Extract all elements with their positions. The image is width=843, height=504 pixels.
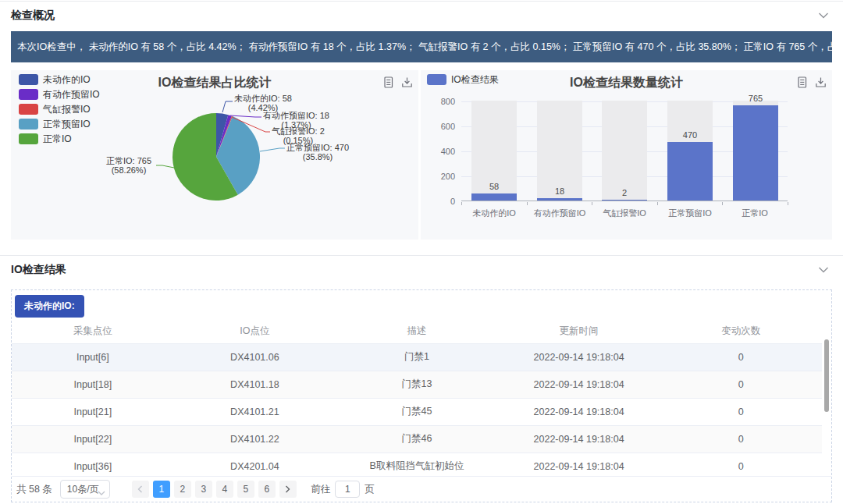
- filter-button[interactable]: 未动作的IO:: [15, 295, 84, 318]
- io-results-panel: 未动作的IO: 采集点位 IO点位 描述 更新时间 变动次数 Input[6] …: [11, 289, 832, 502]
- y-axis-label: 0: [421, 197, 455, 206]
- column-header-update-time: 更新时间: [498, 320, 660, 343]
- y-axis-label: 200: [421, 172, 455, 181]
- bar[interactable]: [733, 105, 778, 201]
- bar-column-normal-io[interactable]: 765: [733, 101, 778, 201]
- bar-background: [537, 101, 582, 201]
- bar-background: [602, 101, 647, 201]
- select-chevron-down-icon: [98, 487, 105, 498]
- legend-swatch: [19, 74, 38, 85]
- table-row[interactable]: Input[22] DX4101.22 门禁46 2022-09-14 19:1…: [12, 425, 822, 453]
- x-axis-tick: [722, 202, 723, 205]
- bar-value-label: 470: [660, 130, 720, 140]
- bar-plot-area: 58 18 2 470: [461, 101, 788, 201]
- bar-value-label: 2: [594, 188, 655, 197]
- data-view-icon[interactable]: [796, 76, 808, 88]
- legend-item-not-acted-io[interactable]: 未动作的IO: [19, 74, 100, 85]
- page-button-2[interactable]: 2: [174, 481, 191, 498]
- table-header-row: 采集点位 IO点位 描述 更新时间 变动次数: [12, 320, 822, 343]
- bar-column-acted-reserved-io[interactable]: 18: [537, 101, 582, 201]
- column-header-change-count: 变动次数: [660, 320, 822, 343]
- next-page-button[interactable]: [279, 481, 297, 498]
- table-row[interactable]: Input[6] DX4101.06 门禁1 2022-09-14 19:18:…: [12, 343, 822, 371]
- pie-label-normal-io: 正常IO: 765(58.26%): [103, 157, 155, 175]
- bar[interactable]: [602, 200, 647, 201]
- pie-chart-card: IO检查结果占比统计 未动作的IO 有动作预留IO 气缸报警IO 正常预留IO: [11, 70, 418, 240]
- goto-page-input[interactable]: [335, 481, 360, 498]
- bar-column-not-acted-io[interactable]: 58: [471, 101, 517, 201]
- overview-collapse-chevron-icon[interactable]: [816, 11, 831, 20]
- legend-item-normal-io[interactable]: 正常IO: [19, 133, 100, 144]
- page-button-6[interactable]: 6: [258, 481, 276, 498]
- download-image-icon[interactable]: [815, 76, 827, 88]
- pie-label-not-acted-io: 未动作的IO: 58(4.42%): [234, 94, 292, 112]
- page-button-1[interactable]: 1: [153, 481, 170, 498]
- page-button-3[interactable]: 3: [195, 481, 212, 498]
- legend-swatch: [19, 119, 38, 130]
- table-row[interactable]: Input[21] DX4101.21 门禁45 2022-09-14 19:1…: [12, 398, 822, 425]
- io-inspection-page: 检查概况 本次IO检查中， 未动作的IO 有 58 个，占比 4.42%； 有动…: [0, 0, 843, 504]
- prev-page-button[interactable]: [132, 481, 149, 498]
- bar-toolbox: [796, 76, 827, 88]
- page-size-select[interactable]: 10条/页: [60, 480, 110, 499]
- x-axis-tick: [461, 202, 462, 205]
- bar[interactable]: [471, 193, 517, 201]
- overview-section-title: 检查概况: [11, 9, 55, 23]
- page-unit-label: 页: [365, 483, 375, 496]
- bar-value-label: 765: [725, 94, 786, 103]
- legend-swatch: [19, 89, 38, 100]
- x-axis-label: 正常预留IO: [657, 208, 723, 219]
- bar-value-label: 58: [464, 182, 525, 191]
- y-axis-label: 400: [421, 147, 455, 156]
- legend-swatch: [427, 74, 446, 85]
- pie-legend: 未动作的IO 有动作预留IO 气缸报警IO 正常预留IO 正常IO: [19, 74, 100, 148]
- chevron-right-icon: [285, 485, 290, 493]
- results-section-title: IO检查结果: [11, 263, 66, 277]
- results-section-header: IO检查结果: [0, 256, 843, 282]
- x-axis-tick: [657, 202, 658, 205]
- page-button-5[interactable]: 5: [237, 481, 254, 498]
- pie-chart[interactable]: [173, 113, 260, 201]
- x-axis-tick: [788, 202, 788, 205]
- goto-page-label: 前往: [311, 483, 330, 496]
- summary-banner: 本次IO检查中， 未动作的IO 有 58 个，占比 4.42%； 有动作预留IO…: [11, 31, 832, 62]
- charts-row: IO检查结果占比统计 未动作的IO 有动作预留IO 气缸报警IO 正常预留IO: [11, 70, 832, 240]
- chevron-left-icon: [137, 485, 143, 493]
- legend-item-io-result[interactable]: IO检查结果: [427, 74, 499, 85]
- x-axis-tick: [527, 202, 528, 205]
- bar-chart-card: IO检查结果数量统计 IO检查结果 800 600 400 200 0: [421, 70, 832, 240]
- total-count-label: 共 58 条: [16, 483, 52, 496]
- table-row[interactable]: Input[18] DX4101.18 门禁13 2022-09-14 19:1…: [12, 371, 822, 398]
- legend-swatch: [19, 133, 38, 144]
- bar[interactable]: [537, 198, 582, 201]
- io-results-table: 采集点位 IO点位 描述 更新时间 变动次数 Input[6] DX4101.0…: [12, 320, 822, 481]
- bar[interactable]: [667, 142, 713, 201]
- table-vertical-scrollbar[interactable]: [824, 339, 829, 412]
- x-axis-label: 未动作的IO: [461, 208, 527, 219]
- pagination-bar: 共 58 条 10条/页 1 2 3 4 5 6 前往 页: [12, 476, 831, 502]
- legend-swatch: [19, 104, 38, 115]
- column-header-description: 描述: [336, 320, 498, 343]
- x-axis-tick: [592, 202, 592, 205]
- results-collapse-chevron-icon[interactable]: [816, 265, 831, 275]
- y-axis-label: 600: [421, 122, 455, 131]
- x-axis-label: 气缸报警IO: [592, 208, 657, 219]
- y-axis-label: 800: [421, 97, 455, 106]
- data-view-icon[interactable]: [382, 76, 394, 88]
- legend-item-normal-reserved-io[interactable]: 正常预留IO: [19, 119, 100, 130]
- column-header-io-point: IO点位: [174, 320, 336, 343]
- bar-value-label: 18: [529, 186, 590, 196]
- bar-column-normal-reserved-io[interactable]: 470: [667, 101, 713, 201]
- legend-item-cylinder-alarm-io[interactable]: 气缸报警IO: [19, 104, 100, 115]
- pie-label-normal-reserved-io: 正常预留IO: 470(35.8%): [286, 144, 349, 161]
- bar-column-cylinder-alarm-io[interactable]: 2: [602, 101, 647, 201]
- legend-item-acted-reserved-io[interactable]: 有动作预留IO: [19, 89, 100, 100]
- page-button-4[interactable]: 4: [216, 481, 233, 498]
- bar-legend: IO检查结果: [427, 74, 499, 89]
- x-axis-label: 正常IO: [722, 208, 788, 219]
- pie-toolbox: [382, 76, 413, 88]
- column-header-collect-point: 采集点位: [12, 320, 174, 343]
- overview-section-header: 检查概况: [0, 2, 843, 28]
- x-axis-label: 有动作预留IO: [527, 208, 592, 219]
- download-image-icon[interactable]: [401, 76, 413, 88]
